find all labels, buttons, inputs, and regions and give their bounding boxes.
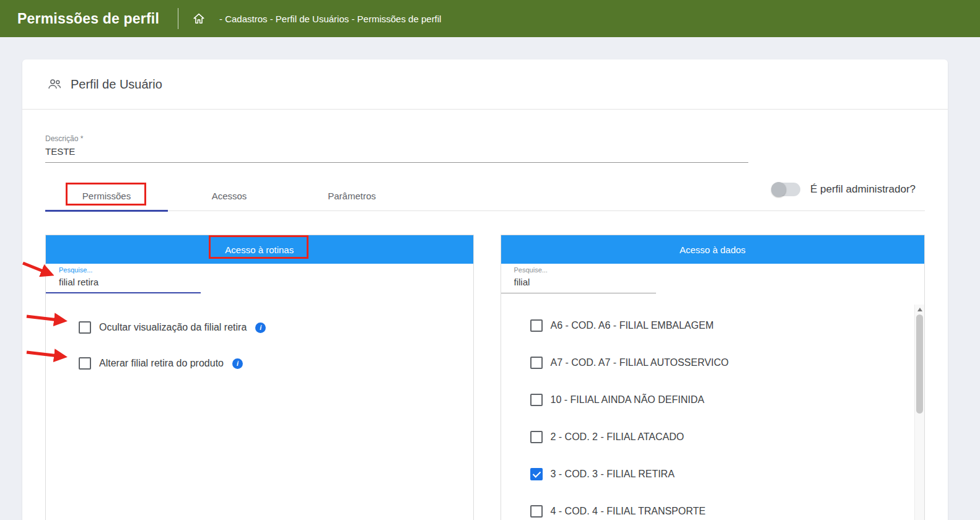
permission-label: Alterar filial retira do produto	[99, 358, 224, 369]
data-access-row: A7 - COD. A7 - FILIAL AUTOSSERVICO	[530, 355, 925, 370]
checkbox[interactable]	[530, 319, 543, 332]
tab[interactable]: Acessos	[168, 181, 291, 210]
data-access-row: 4 - COD. 4 - FILIAL TRANSPORTE	[530, 504, 925, 519]
data-access-label: A6 - COD. A6 - FILIAL EMBALAGEM	[551, 320, 714, 331]
scrollbar-thumb[interactable]	[916, 314, 923, 414]
admin-toggle-switch[interactable]	[772, 183, 800, 196]
checkbox[interactable]	[79, 321, 91, 334]
admin-toggle-label: É perfil administrador?	[810, 183, 916, 196]
data-panel: Acesso à dados Pesquise... A6 - COD. A6 …	[501, 235, 925, 520]
card-title: Perfil de Usuário	[71, 77, 162, 92]
data-access-row: 3 - COD. 3 - FILIAL RETIRA	[530, 467, 925, 482]
data-panel-title: Acesso à dados	[680, 245, 746, 255]
routines-panel-title: Acesso à rotinas	[225, 245, 294, 255]
data-access-row: 2 - COD. 2 - FILIAL ATACADO	[530, 430, 925, 444]
card-header: Perfil de Usuário	[22, 59, 948, 110]
data-search-label: Pesquise...	[514, 266, 656, 274]
permission-label: Ocultar visualização da filial retira	[99, 322, 247, 333]
data-access-row: 10 - FILIAL AINDA NÃO DEFINIDA	[530, 392, 925, 407]
routine-permission-row: Alterar filial retira do produto	[79, 356, 473, 371]
routines-search-field: Pesquise...	[46, 266, 201, 293]
panels-row: Acesso à rotinas Pesquise... Ocultar vis…	[45, 235, 925, 520]
checkbox[interactable]	[530, 468, 543, 480]
checkbox[interactable]	[530, 431, 543, 443]
switch-thumb	[771, 182, 786, 197]
data-access-label: 2 - COD. 2 - FILIAL ATACADO	[551, 431, 685, 443]
routines-panel: Acesso à rotinas Pesquise... Ocultar vis…	[45, 235, 474, 520]
routines-search-label: Pesquise...	[59, 266, 201, 274]
breadcrumb: - Cadastros - Perfil de Usuários - Permi…	[219, 14, 441, 24]
data-search-field: Pesquise...	[501, 266, 656, 293]
tab[interactable]: Permissões	[45, 181, 168, 210]
description-field: Descrição *	[45, 134, 748, 163]
routines-search-input[interactable]	[59, 277, 201, 287]
form-section: Descrição * É perfil administrador?	[22, 110, 948, 163]
scroll-up-button[interactable]	[915, 305, 924, 314]
routines-panel-header: Acesso à rotinas	[46, 235, 473, 264]
data-access-row: A6 - COD. A6 - FILIAL EMBALAGEM	[530, 318, 925, 333]
scroll-up-icon	[917, 308, 922, 311]
data-access-label: 10 - FILIAL AINDA NÃO DEFINIDA	[551, 394, 704, 405]
checkbox[interactable]	[530, 357, 543, 369]
user-profile-icon	[47, 78, 62, 90]
routine-permission-row: Ocultar visualização da filial retira	[79, 320, 473, 335]
profile-card: Perfil de Usuário Descrição * É perfil a…	[22, 59, 948, 520]
tab[interactable]: Parâmetros	[291, 181, 413, 210]
scrollbar[interactable]	[914, 305, 924, 520]
checkbox[interactable]	[530, 394, 543, 406]
page-title: Permissões de perfil	[17, 11, 159, 27]
info-icon[interactable]	[232, 358, 243, 369]
checkbox[interactable]	[530, 505, 543, 518]
admin-toggle-group: É perfil administrador?	[772, 183, 916, 196]
data-search-input[interactable]	[514, 277, 656, 287]
home-icon[interactable]	[192, 11, 207, 26]
description-input[interactable]	[45, 146, 748, 157]
data-access-label: A7 - COD. A7 - FILIAL AUTOSSERVICO	[551, 357, 729, 368]
info-icon[interactable]	[255, 323, 266, 333]
routines-list: Ocultar visualização da filial retira Al…	[79, 320, 473, 371]
topbar-divider	[178, 8, 178, 29]
topbar: Permissões de perfil - Cadastros - Perfi…	[0, 0, 980, 37]
data-panel-header: Acesso à dados	[501, 235, 925, 264]
data-access-label: 4 - COD. 4 - FILIAL TRANSPORTE	[551, 506, 706, 517]
data-list: A6 - COD. A6 - FILIAL EMBALAGEM A7 - COD…	[530, 318, 925, 519]
checkbox[interactable]	[79, 357, 91, 370]
description-label: Descrição *	[45, 134, 748, 143]
data-access-label: 3 - COD. 3 - FILIAL RETIRA	[551, 469, 675, 480]
